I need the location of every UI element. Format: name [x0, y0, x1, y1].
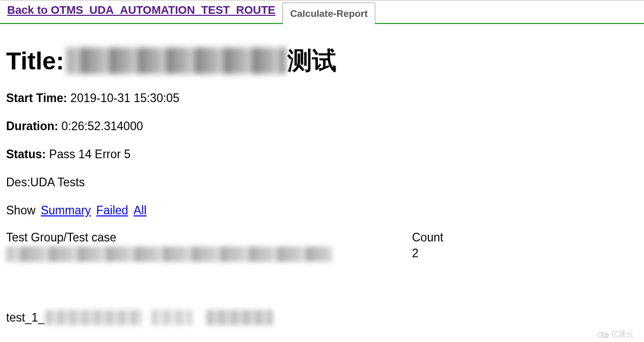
description-line: Des:UDA Tests — [6, 176, 638, 189]
title-label: Title: — [6, 47, 64, 75]
table-row: 2 — [6, 247, 638, 265]
redacted-title — [66, 47, 286, 74]
redacted-group-name — [6, 247, 332, 262]
test-prefix: test_1_ — [6, 311, 44, 325]
watermark: 亿速云 — [597, 329, 634, 339]
watermark-text: 亿速云 — [611, 329, 634, 339]
filter-all-link[interactable]: All — [134, 204, 147, 217]
show-label: Show — [6, 204, 36, 217]
status-label: Status: — [6, 148, 46, 161]
filter-failed-link[interactable]: Failed — [96, 204, 128, 217]
table-count-value: 2 — [412, 247, 638, 265]
filter-summary-link[interactable]: Summary — [41, 204, 91, 217]
duration-value: 0:26:52.314000 — [62, 119, 143, 133]
test-case-row: test_1_ — [6, 310, 638, 325]
redacted-test-part1 — [45, 310, 142, 325]
title-suffix: 测试 — [288, 44, 337, 77]
start-time-line: Start Time: 2019-10-31 15:30:05 — [6, 91, 638, 105]
tab-calculate-report[interactable]: Calculate-Report — [282, 3, 375, 25]
back-link[interactable]: Back to OTMS_UDA_AUTOMATION_TEST_ROUTE — [0, 1, 279, 17]
redacted-test-part2 — [151, 310, 192, 325]
status-line: Status: Pass 14 Error 5 — [6, 148, 638, 161]
filter-line: Show Summary Failed All — [6, 204, 638, 217]
title-row: Title: 测试 — [6, 44, 638, 77]
status-value: Pass 14 Error 5 — [49, 148, 131, 161]
redacted-test-part3 — [207, 310, 273, 325]
cloud-icon — [597, 330, 609, 338]
table-col1-header: Test Group/Test case — [6, 231, 412, 245]
start-time-value: 2019-10-31 15:30:05 — [70, 91, 179, 105]
start-time-label: Start Time: — [6, 91, 67, 105]
duration-label: Duration: — [6, 119, 58, 133]
table-header: Test Group/Test case Count — [6, 231, 638, 245]
table-col2-header: Count — [412, 231, 638, 245]
duration-line: Duration: 0:26:52.314000 — [6, 119, 638, 133]
top-bar: Back to OTMS_UDA_AUTOMATION_TEST_ROUTE C… — [0, 0, 644, 24]
